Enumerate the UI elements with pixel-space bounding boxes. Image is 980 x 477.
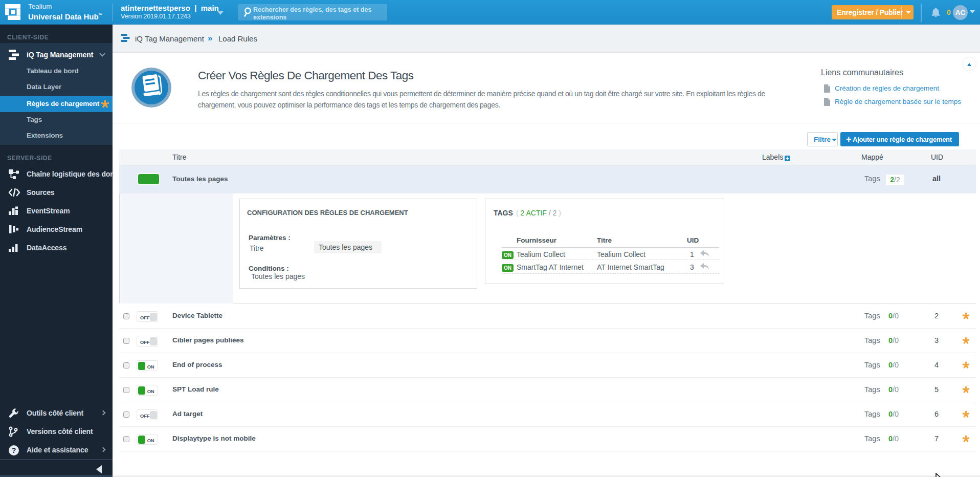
svg-text:?: ? [12, 446, 16, 454]
